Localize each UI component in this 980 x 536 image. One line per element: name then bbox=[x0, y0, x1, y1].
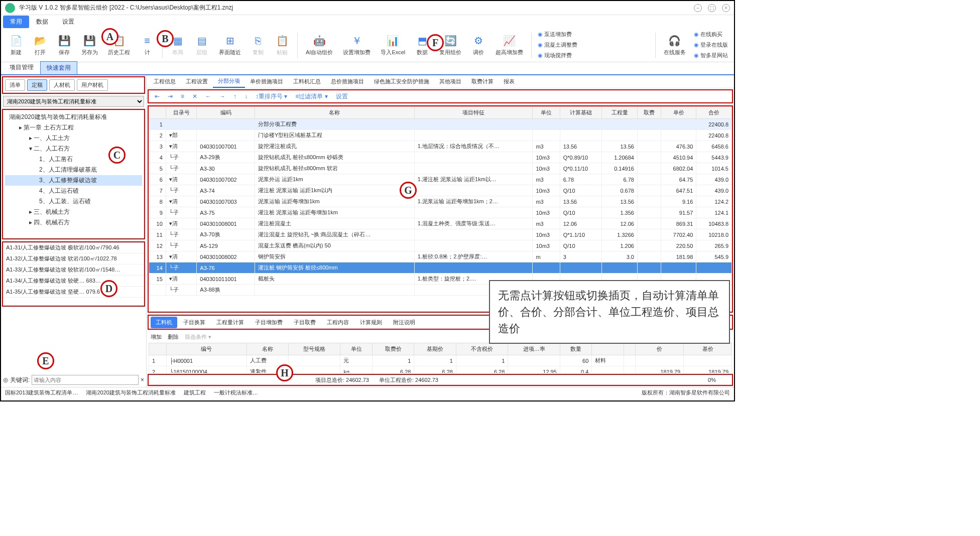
tool-button[interactable]: ⇤ bbox=[153, 92, 162, 101]
pump-fee[interactable]: 泵送增加费 bbox=[536, 30, 579, 39]
tree-item[interactable]: 2、人工清理爆破基底 bbox=[5, 165, 142, 175]
table-row[interactable]: 11 └子A3-70换灌注混凝土 旋挖钻孔 ~换:商品混凝土（碎石…10m3Q*… bbox=[149, 229, 732, 240]
calc-button[interactable]: ≡计 bbox=[136, 33, 158, 57]
keyword-bar: ◎ 关键词: × bbox=[1, 373, 146, 387]
tree-item[interactable]: 湖南2020建筑与装饰工程消耗量标准 bbox=[5, 112, 142, 122]
table-row[interactable]: 8 ▾清040301007003泥浆运输 运距每增加1km1.泥浆运输 运距每增… bbox=[149, 196, 732, 207]
menu-common[interactable]: 常用 bbox=[3, 16, 29, 28]
tree-item[interactable]: ▸ 第一章 土石方工程 bbox=[5, 122, 142, 133]
standard-select[interactable]: 湖南2020建筑与装饰工程消耗量标准 bbox=[3, 96, 144, 107]
mix-fee[interactable]: 现场搅拌费 bbox=[536, 51, 579, 60]
table-row[interactable]: 2└18150100004連紮件kg6.286.286.2812.950.418… bbox=[149, 366, 732, 373]
list-item[interactable]: A1-33/人工修整爆破边坡 较软岩/100㎡/1548… bbox=[3, 264, 144, 276]
filter-rcj[interactable]: 人材机 bbox=[49, 79, 75, 91]
minimize-icon[interactable]: − bbox=[694, 4, 702, 12]
table-row[interactable]: 1├H00001人工费元11160材料 bbox=[149, 355, 732, 366]
list-item[interactable]: A1-31/人工修整爆破边坡 极软岩/100㎡/790.46 bbox=[3, 242, 144, 253]
table-row[interactable]: 1分部分项工程费22400.8 bbox=[149, 119, 732, 130]
filter-quota[interactable]: 定额 bbox=[27, 79, 47, 91]
buy-link[interactable]: 在线购买 bbox=[692, 30, 730, 39]
site-link[interactable]: 智多星网站 bbox=[692, 51, 730, 60]
tree-item[interactable]: 3、人工修整爆破边坡 bbox=[5, 175, 142, 186]
high-button[interactable]: 📈超高增加费 bbox=[492, 33, 527, 57]
keyword-input[interactable] bbox=[32, 375, 139, 385]
bottom-tab[interactable]: 子目换算 bbox=[178, 317, 210, 328]
save-button[interactable]: 💾保存 bbox=[53, 33, 75, 57]
tree-item[interactable]: ▸ 四、机械石方 bbox=[5, 217, 142, 228]
copy-button[interactable]: ⎘复制 bbox=[247, 33, 269, 57]
layer-button[interactable]: ▤层组 bbox=[191, 33, 213, 57]
bottom-tab[interactable]: 工程内容 bbox=[322, 317, 354, 328]
close-icon[interactable]: × bbox=[722, 4, 730, 12]
tree-item[interactable]: ▸ 一、人工土方 bbox=[5, 133, 142, 144]
detail-tab[interactable]: 其他项目 bbox=[434, 76, 466, 87]
bottom-tab[interactable]: 工料机 bbox=[151, 317, 177, 328]
menu-data[interactable]: 数据 bbox=[29, 16, 55, 28]
tool-button[interactable]: ↕重排序号 ▾ bbox=[254, 91, 289, 102]
kw-clear-icon[interactable]: × bbox=[141, 376, 144, 383]
tool-button[interactable]: ✕ bbox=[190, 92, 199, 101]
open-button[interactable]: 📂打开 bbox=[29, 33, 51, 57]
detail-tab[interactable]: 工料机汇总 bbox=[288, 76, 326, 87]
detail-tab[interactable]: 单价措施项目 bbox=[245, 76, 288, 87]
add-button[interactable]: 增加 bbox=[151, 333, 162, 341]
login-link[interactable]: 登录在线版 bbox=[692, 40, 730, 50]
sub-grid[interactable]: 编号名称型号规格单位取费价基期价不含税价进项…率数量价基价1├H00001人工费… bbox=[149, 343, 732, 373]
bottom-tab[interactable]: 工程量计算 bbox=[211, 317, 249, 328]
detail-tab[interactable]: 工程信息 bbox=[149, 76, 181, 87]
tool-button[interactable]: ≡过滤清单 ▾ bbox=[293, 91, 329, 102]
detail-tab[interactable]: 报表 bbox=[499, 76, 520, 87]
tool-button[interactable]: ⇥ bbox=[166, 92, 175, 101]
paste-button[interactable]: 📋粘贴 bbox=[271, 33, 293, 57]
table-row[interactable]: 9 └子A3-75灌注桩 泥浆运输 运距每增加1km10m3Q/101.3569… bbox=[149, 207, 732, 218]
list-item[interactable]: A1-32/人工修整爆破边坡 软岩/100㎡/1022.78 bbox=[3, 253, 144, 264]
excel-button[interactable]: 📊导入Excel bbox=[377, 33, 409, 57]
table-row[interactable]: 6 ▾清040301007002泥浆外运 运距1km1.灌注桩 泥浆运输 运距1… bbox=[149, 174, 732, 185]
filter-list[interactable]: 清单 bbox=[5, 79, 25, 91]
detail-tab[interactable]: 取费计算 bbox=[466, 76, 499, 87]
list-item[interactable]: A1-35/人工修整爆破边坡 坚硬… 079.6 bbox=[3, 287, 144, 298]
detail-tab[interactable]: 绿色施工安全防护措施 bbox=[369, 76, 434, 87]
detail-tab[interactable]: 总价措施项目 bbox=[326, 76, 369, 87]
concrete-fee[interactable]: 混凝土调整费 bbox=[536, 40, 579, 50]
tree-item[interactable]: 5、人工装、运石碴 bbox=[5, 196, 142, 207]
random-button[interactable]: ⊞界面随近 bbox=[215, 33, 245, 57]
tool-button[interactable]: ↑ bbox=[231, 92, 238, 101]
table-row[interactable]: 3 ▾清040301007001旋挖灌注桩成孔1.地层情况：综合地质情况（不…m… bbox=[149, 141, 732, 152]
del-button[interactable]: 删除 bbox=[168, 333, 179, 341]
filter-cond[interactable]: 筛选条件 ▾ bbox=[185, 333, 211, 341]
tab-project-manage[interactable]: 项目管理 bbox=[3, 61, 40, 74]
adjust-button[interactable]: ⚙调价 bbox=[467, 33, 489, 57]
tool-button[interactable]: ≡ bbox=[179, 92, 186, 101]
tool-button[interactable]: ↓ bbox=[242, 92, 250, 101]
detail-tab[interactable]: 分部分项 bbox=[213, 75, 245, 88]
tree-item[interactable]: ▸ 三、机械土方 bbox=[5, 207, 142, 217]
bottom-tab[interactable]: 附注说明 bbox=[388, 317, 420, 328]
table-row[interactable]: 7 └子A3-74灌注桩 泥浆运输 运距1km以内10m3Q/100.67864… bbox=[149, 185, 732, 196]
maximize-icon[interactable]: □ bbox=[708, 4, 716, 12]
tree-item[interactable]: 4、人工运石碴 bbox=[5, 186, 142, 196]
bottom-tab[interactable]: 计算规则 bbox=[355, 317, 387, 328]
table-row[interactable]: 5 └子A3-30旋挖钻机成孔 桩径≤800mm 软岩10m3Q*0.11/10… bbox=[149, 163, 732, 174]
ai-button[interactable]: 🤖AI自动组价 bbox=[302, 33, 337, 57]
tool-button[interactable]: 设置 bbox=[334, 91, 350, 102]
bottom-tab[interactable]: 子目增加费 bbox=[250, 317, 288, 328]
tool-button[interactable]: ← bbox=[203, 92, 213, 101]
detail-tab[interactable]: 工程设置 bbox=[181, 76, 213, 87]
table-row[interactable]: 14 └子A3-76灌注桩 钢护筒安拆 桩径≤800mm bbox=[149, 262, 732, 274]
table-row[interactable]: 4 └子A3-29换旋挖钻机成孔 桩径≤800mm 砂砾类10m3Q*0.89/… bbox=[149, 152, 732, 163]
saveas-button[interactable]: 💾另存为 bbox=[77, 33, 102, 57]
new-button[interactable]: 📄新建 bbox=[5, 33, 27, 57]
addfee-button[interactable]: ￥设置增加费 bbox=[339, 33, 375, 57]
table-row[interactable]: 10 ▾清040301008001灌注桩混凝土1.混凝土种类、强度等级:泵送…m… bbox=[149, 218, 732, 229]
service-button[interactable]: 🎧在线服务 bbox=[660, 33, 690, 57]
tab-quick-apply[interactable]: 快速套用 bbox=[40, 61, 77, 74]
tool-button[interactable]: → bbox=[217, 92, 227, 101]
list-item[interactable]: A1-34/人工修整爆破边坡 较硬… 683… bbox=[3, 276, 144, 287]
menu-settings[interactable]: 设置 bbox=[55, 16, 81, 28]
table-row[interactable]: 2▾部门诊楼Y型柱区域桩基工程22400.8 bbox=[149, 130, 732, 141]
table-row[interactable]: 13 ▾清040301008002钢护筒安拆1.桩径:0.8米；2.护壁厚度:…… bbox=[149, 251, 732, 262]
table-row[interactable]: 12 └子A5-129混凝土泵送费 檐高(m以内) 5010m3Q/101.20… bbox=[149, 240, 732, 251]
bottom-tab[interactable]: 子目取费 bbox=[289, 317, 321, 328]
filter-user-material[interactable]: 用户材机 bbox=[77, 79, 108, 91]
